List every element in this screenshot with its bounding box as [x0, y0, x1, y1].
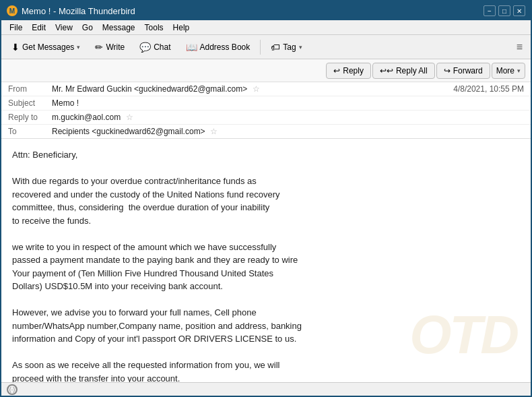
- email-body: OTD Attn: Beneficiary, With due regards …: [1, 139, 531, 382]
- menu-edit[interactable]: Edit: [28, 22, 50, 34]
- chat-label: Chat: [154, 42, 170, 52]
- to-value: Recipients <guckinedward62@gmail.com> ☆: [52, 127, 524, 136]
- reply-button[interactable]: ↩ Reply: [326, 63, 371, 79]
- window-title: Memo ! - Mozilla Thunderbird: [22, 6, 135, 16]
- action-bar: ↩ Reply ↩↩ Reply All ↪ Forward More ▾: [1, 59, 531, 82]
- status-bar: ((·)): [1, 382, 531, 396]
- to-star-icon[interactable]: ☆: [210, 127, 218, 136]
- toolbar-separator: [260, 40, 261, 55]
- get-messages-icon: ⬇: [11, 42, 20, 53]
- app-icon: M: [7, 5, 18, 16]
- menu-tools[interactable]: Tools: [141, 22, 168, 34]
- reply-label: Reply: [343, 66, 364, 75]
- to-row: To Recipients <guckinedward62@gmail.com>…: [1, 125, 531, 138]
- reply-all-label: Reply All: [396, 66, 428, 75]
- from-row: From Mr. Mr Edward Guckin <guckinedward6…: [1, 82, 531, 96]
- address-book-icon: 📖: [186, 42, 197, 53]
- tag-button[interactable]: 🏷 Tag ▾: [265, 38, 308, 56]
- connection-status-icon: ((·)): [7, 384, 18, 395]
- forward-label: Forward: [453, 66, 483, 75]
- reply-icon: ↩: [333, 66, 340, 75]
- email-body-text: Attn: Beneficiary, With due regards to y…: [12, 148, 520, 382]
- get-messages-button[interactable]: ⬇ Get Messages ▾: [5, 38, 86, 56]
- reply-to-row: Reply to m.guckin@aol.com ☆: [1, 111, 531, 125]
- chat-button[interactable]: 💬 Chat: [133, 38, 176, 56]
- reply-all-button[interactable]: ↩↩ Reply All: [372, 63, 435, 79]
- subject-row: Subject Memo !: [1, 96, 531, 111]
- more-label: More: [496, 66, 514, 75]
- more-button[interactable]: More ▾: [492, 63, 525, 79]
- reply-to-label: Reply to: [8, 113, 52, 122]
- menu-message[interactable]: Message: [98, 22, 139, 34]
- minimize-button[interactable]: −: [484, 5, 496, 16]
- body-main-text: Attn: Beneficiary, With due regards to y…: [12, 150, 302, 382]
- subject-value: Memo !: [52, 98, 524, 108]
- more-dropdown-icon[interactable]: ▾: [517, 67, 521, 74]
- title-bar-left: M Memo ! - Mozilla Thunderbird: [7, 5, 135, 16]
- write-label: Write: [106, 42, 125, 52]
- close-button[interactable]: ✕: [513, 5, 525, 16]
- maximize-button[interactable]: □: [498, 5, 510, 16]
- email-headers: From Mr. Mr Edward Guckin <guckinedward6…: [1, 82, 531, 139]
- menu-file[interactable]: File: [5, 22, 26, 34]
- menu-view[interactable]: View: [51, 22, 77, 34]
- get-messages-label: Get Messages: [22, 42, 74, 52]
- tag-icon: 🏷: [271, 42, 280, 53]
- menu-help[interactable]: Help: [169, 22, 194, 34]
- chat-icon: 💬: [139, 42, 151, 53]
- main-window: M Memo ! - Mozilla Thunderbird − □ ✕ Fil…: [0, 0, 532, 397]
- to-label: To: [8, 127, 52, 136]
- menu-go[interactable]: Go: [78, 22, 97, 34]
- from-star-icon[interactable]: ☆: [253, 84, 260, 94]
- write-button[interactable]: ✏ Write: [89, 38, 131, 56]
- reply-to-star-icon[interactable]: ☆: [126, 113, 133, 122]
- hamburger-menu-button[interactable]: ≡: [512, 38, 527, 56]
- subject-label: Subject: [8, 98, 52, 108]
- menu-bar: File Edit View Go Message Tools Help: [1, 20, 531, 35]
- tag-dropdown-icon[interactable]: ▾: [299, 44, 302, 51]
- title-bar-controls: − □ ✕: [484, 5, 525, 16]
- forward-icon: ↪: [444, 66, 451, 75]
- address-book-button[interactable]: 📖 Address Book: [180, 38, 257, 56]
- address-book-label: Address Book: [200, 42, 251, 52]
- toolbar: ⬇ Get Messages ▾ ✏ Write 💬 Chat 📖 Addres…: [1, 35, 531, 59]
- get-messages-dropdown-icon[interactable]: ▾: [77, 44, 80, 51]
- tag-label: Tag: [283, 42, 296, 52]
- email-date: 4/8/2021, 10:55 PM: [453, 84, 524, 94]
- from-value: Mr. Mr Edward Guckin <guckinedward62@gma…: [52, 84, 453, 94]
- reply-to-value: m.guckin@aol.com ☆: [52, 113, 524, 122]
- forward-button[interactable]: ↪ Forward: [436, 63, 490, 79]
- reply-all-icon: ↩↩: [380, 66, 393, 75]
- title-bar: M Memo ! - Mozilla Thunderbird − □ ✕: [1, 1, 531, 20]
- write-icon: ✏: [95, 42, 103, 53]
- from-label: From: [8, 84, 52, 94]
